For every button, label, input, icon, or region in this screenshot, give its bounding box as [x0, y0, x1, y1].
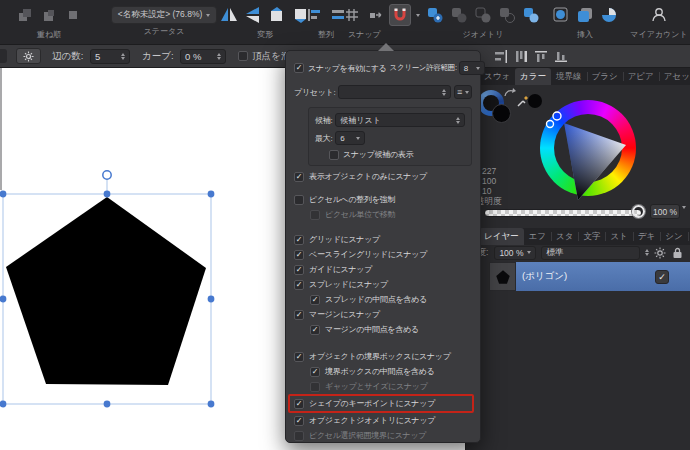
checkbox-icon[interactable] — [294, 250, 304, 260]
opacity-slider-knob[interactable] — [632, 205, 645, 218]
lock-icon[interactable] — [672, 247, 683, 259]
align-vertical-icon[interactable] — [514, 50, 528, 63]
checkbox-icon[interactable] — [238, 51, 248, 61]
snap-option-label: ピクセル単位で移動 — [325, 209, 395, 220]
geometry-divide-icon[interactable] — [520, 4, 542, 26]
sides-input[interactable]: 5 — [90, 45, 130, 67]
snap-option-15[interactable]: ピクセル選択範囲境界にスナップ — [286, 428, 482, 443]
align-top-icon[interactable] — [534, 50, 548, 63]
checkbox-icon[interactable] — [310, 325, 320, 335]
checkbox-icon[interactable] — [329, 150, 339, 160]
checkbox-icon[interactable] — [310, 382, 320, 392]
checkbox-icon[interactable] — [294, 280, 304, 290]
toolbar-group-align: 整列 — [306, 3, 346, 40]
snap-options-list: 表示オブジェクトのみにスナップピクセルへの整列を強制ピクセル単位で移動グリッドに… — [286, 169, 482, 443]
max-select[interactable]: 6 — [335, 131, 365, 145]
document-status-dropdown[interactable]: <名称未設定> (76.8%) — [111, 6, 217, 24]
pentagon-shape[interactable] — [6, 197, 206, 385]
checkbox-icon[interactable] — [310, 367, 320, 377]
opacity-caret-icon[interactable] — [682, 209, 686, 227]
person-icon[interactable] — [648, 4, 670, 26]
layers-tab-0[interactable]: レイヤー — [479, 228, 524, 245]
move-forward-icon[interactable] — [38, 4, 60, 26]
snap-option-1[interactable]: ピクセルへの整列を強制 — [286, 192, 482, 207]
blend-spinner-icon[interactable] — [645, 249, 649, 256]
geometry-xor-icon[interactable] — [496, 4, 518, 26]
stepper-icon[interactable] — [121, 53, 125, 60]
checkbox-icon[interactable] — [294, 235, 304, 245]
insert-behind-icon[interactable] — [574, 4, 596, 26]
move-backward-icon[interactable] — [62, 4, 84, 26]
insert-inside-icon[interactable] — [550, 4, 572, 26]
checkbox-icon[interactable] — [294, 310, 304, 320]
opacity-slider[interactable] — [484, 209, 642, 217]
snap-option-9[interactable]: マージンの中間点を含める — [286, 322, 482, 337]
layers-tab-4[interactable]: スト — [605, 228, 632, 245]
snap-option-0[interactable]: 表示オブジェクトのみにスナップ — [286, 169, 482, 184]
preset-menu-button[interactable]: ≡ — [454, 85, 472, 99]
flip-vertical-icon[interactable] — [242, 4, 264, 26]
layer-row[interactable]: (ポリゴン) ✓ — [466, 262, 690, 291]
tolerance-select[interactable]: 8 — [459, 61, 485, 75]
checkbox-icon[interactable] — [294, 172, 304, 182]
checkbox-icon[interactable] — [310, 295, 320, 305]
insert-ontop-icon[interactable] — [598, 4, 620, 26]
snap-option-10[interactable]: オブジェクトの境界ボックスにスナップ — [286, 349, 482, 364]
preset-select[interactable] — [338, 85, 451, 99]
snap-option-6[interactable]: スプレッドにスナップ — [286, 277, 482, 292]
checkbox-icon[interactable] — [310, 210, 320, 220]
snap-grid-icon[interactable] — [341, 4, 363, 26]
align-objects-icon[interactable] — [303, 4, 325, 26]
snap-option-4[interactable]: ベースライングリッドにスナップ — [286, 247, 482, 262]
stepper-icon[interactable] — [217, 53, 221, 60]
blend-mode-select[interactable]: 標準 — [541, 246, 640, 260]
pixel-move-icon[interactable] — [365, 4, 387, 26]
snap-option-13[interactable]: シェイプのキーポイントにスナップ — [286, 396, 482, 411]
show-candidates-checkbox[interactable]: スナップ候補の表示 — [329, 149, 465, 160]
snap-option-11[interactable]: 境界ボックスの中間点を含める — [286, 364, 482, 379]
curve-input[interactable]: 0 % — [180, 45, 226, 67]
checkbox-icon[interactable] — [294, 416, 304, 426]
checkbox-icon[interactable] — [294, 399, 304, 409]
layer-settings-gear-icon[interactable] — [654, 247, 666, 259]
snap-option-3[interactable]: グリッドにスナップ — [286, 232, 482, 247]
checkbox-icon[interactable] — [294, 431, 304, 441]
snap-option-14[interactable]: オブジェクトジオメトリにスナップ — [286, 413, 482, 428]
magnet-icon[interactable] — [389, 4, 411, 26]
polygon-settings-button[interactable] — [16, 45, 41, 67]
layers-tab-6[interactable]: シン — [660, 228, 687, 245]
snap-option-label: ピクセル選択範囲境界にスナップ — [309, 430, 426, 441]
geometry-add-icon[interactable] — [424, 4, 446, 26]
align-horizontal-icon[interactable] — [494, 50, 508, 63]
snap-option-12[interactable]: ギャップとサイズにスナップ — [286, 379, 482, 394]
hue-marker[interactable] — [553, 112, 561, 120]
checkbox-icon[interactable] — [294, 63, 304, 73]
layers-tab-5[interactable]: デキ — [633, 228, 660, 245]
snap-option-5[interactable]: ガイドにスナップ — [286, 262, 482, 277]
layers-tab-1[interactable]: エフ — [524, 228, 551, 245]
snap-dropdown-caret[interactable] — [413, 4, 423, 26]
rotate-left-icon[interactable] — [266, 4, 288, 26]
layers-tab-3[interactable]: 文字 — [578, 228, 605, 245]
account-label: マイアカウント — [630, 29, 687, 40]
geometry-subtract-icon[interactable] — [448, 4, 470, 26]
move-to-front-icon[interactable] — [14, 4, 36, 26]
checkbox-icon[interactable] — [294, 195, 304, 205]
rotation-handle[interactable] — [103, 171, 111, 179]
align-bottom-icon[interactable] — [554, 50, 568, 63]
shade-marker[interactable] — [547, 121, 554, 128]
layer-thumbnail[interactable] — [489, 262, 516, 291]
layer-opacity-value[interactable]: 100 % — [494, 246, 536, 260]
snap-option-8[interactable]: マージンにスナップ — [286, 307, 482, 322]
layer-visibility-checkbox[interactable]: ✓ — [655, 270, 669, 284]
opacity-value[interactable]: 100 % — [650, 204, 680, 219]
candidates-select[interactable]: 候補リスト — [335, 113, 465, 127]
layers-tab-2[interactable]: スタ — [551, 228, 578, 245]
snap-option-7[interactable]: スプレッドの中間点を含める — [286, 292, 482, 307]
checkbox-icon[interactable] — [294, 352, 304, 362]
checkbox-icon[interactable] — [294, 265, 304, 275]
flip-horizontal-icon[interactable] — [218, 4, 240, 26]
snap-option-2[interactable]: ピクセル単位で移動 — [286, 207, 482, 222]
snap-enable-checkbox[interactable]: スナップを有効にする — [294, 63, 387, 74]
geometry-intersect-icon[interactable] — [472, 4, 494, 26]
